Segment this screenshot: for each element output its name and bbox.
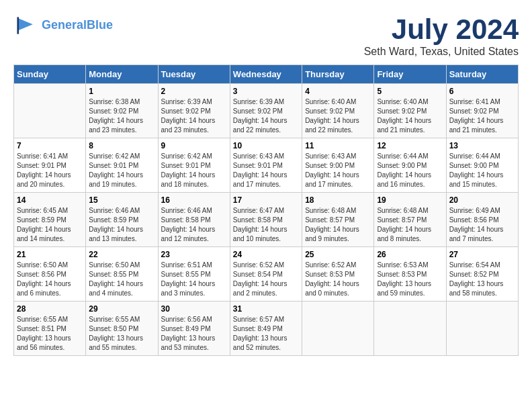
day-cell: 18Sunrise: 6:48 AM Sunset: 8:57 PM Dayli… <box>302 193 374 247</box>
day-cell: 21Sunrise: 6:50 AM Sunset: 8:56 PM Dayli… <box>14 247 86 302</box>
day-cell <box>374 302 446 356</box>
day-info: Sunrise: 6:38 AM Sunset: 9:02 PM Dayligh… <box>89 97 154 135</box>
day-info: Sunrise: 6:52 AM Sunset: 8:53 PM Dayligh… <box>305 261 371 298</box>
day-info: Sunrise: 6:49 AM Sunset: 8:56 PM Dayligh… <box>449 206 515 244</box>
day-cell: 8Sunrise: 6:42 AM Sunset: 9:01 PM Daylig… <box>86 138 158 193</box>
day-number: 15 <box>89 195 154 205</box>
header: GeneralBlue July 2024 Seth Ward, Texas, … <box>13 13 519 58</box>
header-cell-monday: Monday <box>86 65 158 84</box>
logo-text: GeneralBlue <box>42 19 113 32</box>
day-info: Sunrise: 6:52 AM Sunset: 8:54 PM Dayligh… <box>233 261 299 298</box>
day-cell: 7Sunrise: 6:41 AM Sunset: 9:01 PM Daylig… <box>14 138 86 193</box>
day-number: 31 <box>233 304 299 314</box>
day-number: 22 <box>89 250 154 259</box>
header-cell-thursday: Thursday <box>302 65 374 84</box>
day-cell: 29Sunrise: 6:55 AM Sunset: 8:50 PM Dayli… <box>86 302 158 356</box>
day-number: 8 <box>89 141 154 150</box>
day-cell: 12Sunrise: 6:44 AM Sunset: 9:00 PM Dayli… <box>374 138 446 193</box>
day-cell: 22Sunrise: 6:50 AM Sunset: 8:55 PM Dayli… <box>86 247 158 302</box>
day-number: 30 <box>161 304 227 314</box>
calendar-table: SundayMondayTuesdayWednesdayThursdayFrid… <box>13 64 519 356</box>
day-cell: 24Sunrise: 6:52 AM Sunset: 8:54 PM Dayli… <box>230 247 302 302</box>
header-cell-tuesday: Tuesday <box>158 65 230 84</box>
day-info: Sunrise: 6:46 AM Sunset: 8:59 PM Dayligh… <box>89 206 154 244</box>
title-area: July 2024 Seth Ward, Texas, United State… <box>364 13 519 58</box>
week-row-4: 21Sunrise: 6:50 AM Sunset: 8:56 PM Dayli… <box>14 247 519 302</box>
day-info: Sunrise: 6:45 AM Sunset: 8:59 PM Dayligh… <box>17 206 83 244</box>
day-info: Sunrise: 6:44 AM Sunset: 9:00 PM Dayligh… <box>449 152 515 189</box>
day-info: Sunrise: 6:40 AM Sunset: 9:02 PM Dayligh… <box>305 97 371 135</box>
day-info: Sunrise: 6:43 AM Sunset: 9:01 PM Dayligh… <box>233 152 299 189</box>
day-number: 7 <box>17 141 83 150</box>
day-info: Sunrise: 6:46 AM Sunset: 8:58 PM Dayligh… <box>161 206 227 244</box>
day-number: 28 <box>17 304 83 314</box>
day-info: Sunrise: 6:44 AM Sunset: 9:00 PM Dayligh… <box>377 152 443 189</box>
day-cell: 25Sunrise: 6:52 AM Sunset: 8:53 PM Dayli… <box>302 247 374 302</box>
day-cell <box>14 84 86 138</box>
day-number: 10 <box>233 141 299 150</box>
day-info: Sunrise: 6:55 AM Sunset: 8:50 PM Dayligh… <box>89 315 154 353</box>
day-cell: 9Sunrise: 6:42 AM Sunset: 9:01 PM Daylig… <box>158 138 230 193</box>
day-cell: 28Sunrise: 6:55 AM Sunset: 8:51 PM Dayli… <box>14 302 86 356</box>
day-number: 5 <box>377 87 443 96</box>
day-cell: 11Sunrise: 6:43 AM Sunset: 9:00 PM Dayli… <box>302 138 374 193</box>
day-info: Sunrise: 6:48 AM Sunset: 8:57 PM Dayligh… <box>377 206 443 244</box>
day-cell: 31Sunrise: 6:57 AM Sunset: 8:49 PM Dayli… <box>230 302 302 356</box>
day-number: 25 <box>305 250 371 259</box>
header-cell-sunday: Sunday <box>14 65 86 84</box>
day-info: Sunrise: 6:41 AM Sunset: 9:01 PM Dayligh… <box>17 152 83 189</box>
subtitle: Seth Ward, Texas, United States <box>364 46 519 58</box>
day-number: 18 <box>305 195 371 205</box>
day-cell: 1Sunrise: 6:38 AM Sunset: 9:02 PM Daylig… <box>86 84 158 138</box>
day-info: Sunrise: 6:57 AM Sunset: 8:49 PM Dayligh… <box>233 315 299 353</box>
day-cell: 2Sunrise: 6:39 AM Sunset: 9:02 PM Daylig… <box>158 84 230 138</box>
day-number: 29 <box>89 304 154 314</box>
logo-line2: Blue <box>87 18 113 32</box>
logo-line1: General <box>42 18 87 32</box>
day-info: Sunrise: 6:53 AM Sunset: 8:53 PM Dayligh… <box>377 261 443 298</box>
day-cell: 10Sunrise: 6:43 AM Sunset: 9:01 PM Dayli… <box>230 138 302 193</box>
day-cell: 15Sunrise: 6:46 AM Sunset: 8:59 PM Dayli… <box>86 193 158 247</box>
day-cell: 16Sunrise: 6:46 AM Sunset: 8:58 PM Dayli… <box>158 193 230 247</box>
day-number: 14 <box>17 195 83 205</box>
day-info: Sunrise: 6:55 AM Sunset: 8:51 PM Dayligh… <box>17 315 83 353</box>
header-cell-wednesday: Wednesday <box>230 65 302 84</box>
day-number: 3 <box>233 87 299 96</box>
day-number: 21 <box>17 250 83 259</box>
day-number: 9 <box>161 141 227 150</box>
day-number: 16 <box>161 195 227 205</box>
day-info: Sunrise: 6:54 AM Sunset: 8:52 PM Dayligh… <box>449 261 515 298</box>
day-number: 12 <box>377 141 443 150</box>
day-number: 24 <box>233 250 299 259</box>
day-info: Sunrise: 6:56 AM Sunset: 8:49 PM Dayligh… <box>161 315 227 353</box>
week-row-2: 7Sunrise: 6:41 AM Sunset: 9:01 PM Daylig… <box>14 138 519 193</box>
day-info: Sunrise: 6:50 AM Sunset: 8:55 PM Dayligh… <box>89 261 154 298</box>
day-number: 4 <box>305 87 371 96</box>
day-cell: 27Sunrise: 6:54 AM Sunset: 8:52 PM Dayli… <box>446 247 518 302</box>
header-row: SundayMondayTuesdayWednesdayThursdayFrid… <box>14 65 519 84</box>
logo: GeneralBlue <box>13 13 113 38</box>
day-number: 6 <box>449 87 515 96</box>
day-cell: 5Sunrise: 6:40 AM Sunset: 9:02 PM Daylig… <box>374 84 446 138</box>
day-cell <box>446 302 518 356</box>
day-cell: 23Sunrise: 6:51 AM Sunset: 8:55 PM Dayli… <box>158 247 230 302</box>
day-info: Sunrise: 6:39 AM Sunset: 9:02 PM Dayligh… <box>233 97 299 135</box>
day-number: 27 <box>449 250 515 259</box>
header-cell-friday: Friday <box>374 65 446 84</box>
logo-icon <box>13 13 38 38</box>
day-cell: 30Sunrise: 6:56 AM Sunset: 8:49 PM Dayli… <box>158 302 230 356</box>
day-number: 13 <box>449 141 515 150</box>
day-cell: 6Sunrise: 6:41 AM Sunset: 9:02 PM Daylig… <box>446 84 518 138</box>
day-info: Sunrise: 6:51 AM Sunset: 8:55 PM Dayligh… <box>161 261 227 298</box>
day-number: 26 <box>377 250 443 259</box>
day-cell: 4Sunrise: 6:40 AM Sunset: 9:02 PM Daylig… <box>302 84 374 138</box>
day-info: Sunrise: 6:50 AM Sunset: 8:56 PM Dayligh… <box>17 261 83 298</box>
svg-rect-2 <box>17 17 19 34</box>
day-info: Sunrise: 6:42 AM Sunset: 9:01 PM Dayligh… <box>161 152 227 189</box>
week-row-3: 14Sunrise: 6:45 AM Sunset: 8:59 PM Dayli… <box>14 193 519 247</box>
day-info: Sunrise: 6:39 AM Sunset: 9:02 PM Dayligh… <box>161 97 227 135</box>
day-info: Sunrise: 6:40 AM Sunset: 9:02 PM Dayligh… <box>377 97 443 135</box>
day-cell: 20Sunrise: 6:49 AM Sunset: 8:56 PM Dayli… <box>446 193 518 247</box>
day-number: 2 <box>161 87 227 96</box>
day-number: 1 <box>89 87 154 96</box>
